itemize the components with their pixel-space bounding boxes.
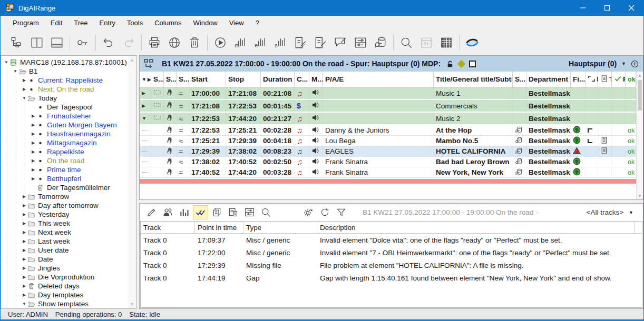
tree-item-day-templates[interactable]: ▶Day templates bbox=[3, 290, 128, 299]
expander-closed-icon[interactable]: ▶ bbox=[30, 114, 36, 118]
column-header-s[interactable]: S... bbox=[151, 72, 164, 87]
column-header-point-in-time[interactable]: Point in time bbox=[195, 222, 243, 233]
expander-closed-icon[interactable]: ▶ bbox=[30, 149, 36, 154]
playlist-row-music-2[interactable]: ▼≈17:22:5317:44:2000:21:27♫Music 2Bestel… bbox=[140, 113, 636, 125]
paste-icon[interactable] bbox=[226, 205, 241, 219]
undo-icon[interactable] bbox=[99, 33, 119, 53]
tree-item-on-the-road[interactable]: ▶On the road bbox=[3, 156, 128, 165]
message-row-misc-generic[interactable]: Track 017:22:00Misc / genericInvalid ele… bbox=[141, 246, 642, 259]
maximize-button[interactable] bbox=[595, 0, 619, 16]
playlist-row-hotel-california[interactable]: ≈17:29:3917:38:0200:08:23♫EAGLESHOTEL CA… bbox=[140, 146, 636, 157]
trash-icon[interactable] bbox=[184, 33, 204, 53]
add-track-icon[interactable] bbox=[631, 60, 639, 68]
menu-columns[interactable]: Columns bbox=[149, 17, 187, 29]
tree-item-der-tagesm-lleimer[interactable]: Der Tagesmülleimer bbox=[3, 183, 128, 192]
tree-item-b1[interactable]: ▼B1 bbox=[3, 67, 128, 76]
scroll-down-icon[interactable]: ▼ bbox=[637, 192, 643, 199]
bar-chart-icon[interactable] bbox=[177, 205, 192, 219]
scrollbar-thumb[interactable] bbox=[638, 80, 642, 111]
tree-item-tomorrow[interactable]: ▶Tomorrow bbox=[3, 192, 128, 201]
column-header-s[interactable]: S... bbox=[164, 72, 177, 87]
expander-closed-icon[interactable]: ▶ bbox=[142, 103, 145, 108]
filter-icon[interactable] bbox=[334, 205, 349, 219]
tree-item-fr-haufsteher[interactable]: ▶Frühaufsteher bbox=[3, 112, 128, 121]
column-header-stop[interactable]: Stop bbox=[226, 72, 261, 87]
tree-item-hausfrauenmagazin[interactable]: ▶Hausfrauenmagazin bbox=[3, 129, 128, 138]
playlist-row-commercials[interactable]: ▶≈17:21:0817:22:5300:01:45$CommercialsBe… bbox=[140, 100, 636, 113]
expander-closed-icon[interactable]: ▶ bbox=[21, 203, 27, 208]
message-row-gap[interactable]: Track 017:44:19GapGap with length 1:15:4… bbox=[141, 272, 642, 284]
message-row-missing-file[interactable]: Track 017:29:39Missing fileFile problem … bbox=[141, 259, 642, 272]
tree-item-yesterday[interactable]: ▶Yesterday bbox=[3, 210, 128, 219]
column-header-p[interactable]: okP bbox=[626, 72, 636, 87]
play-icon[interactable] bbox=[210, 33, 230, 53]
wave-s-icon[interactable]: s bbox=[270, 33, 290, 53]
column-header-[interactable]: ▼▶ bbox=[140, 72, 151, 87]
expander-closed-icon[interactable]: ▶ bbox=[21, 266, 27, 270]
db-search-icon[interactable] bbox=[370, 33, 391, 53]
tree-item-next-on-the-road[interactable]: ▶Next: On the road bbox=[3, 85, 128, 94]
expander-closed-icon[interactable]: ▶ bbox=[30, 158, 36, 163]
doc-edit-2-icon[interactable] bbox=[310, 33, 330, 53]
copy-icon[interactable] bbox=[209, 205, 225, 219]
search-icon[interactable] bbox=[258, 205, 274, 219]
column-header-track[interactable]: Track bbox=[141, 222, 195, 233]
globe-icon[interactable] bbox=[164, 33, 184, 53]
table-split-icon[interactable] bbox=[350, 33, 370, 53]
mdp-diamond-icon[interactable] bbox=[457, 59, 466, 68]
tree-item-next-week[interactable]: ▶Next week bbox=[3, 228, 128, 237]
expander-closed-icon[interactable]: ▶ bbox=[30, 132, 36, 136]
column-header-title-generaltitle-subtitle[interactable]: Title/General title/Subtitle bbox=[434, 72, 513, 87]
column-header-description[interactable]: Description bbox=[317, 222, 635, 233]
menu-tree[interactable]: Tree bbox=[68, 17, 93, 29]
header-dropdown-icon[interactable]: ▼ bbox=[142, 77, 147, 82]
column-header-duration[interactable]: Duration bbox=[261, 72, 295, 87]
tree-item-deleted-days[interactable]: ▶Deleted days bbox=[3, 282, 128, 290]
menu-[interactable]: ? bbox=[250, 17, 265, 29]
grid-icon[interactable] bbox=[436, 33, 456, 53]
comment-edit-icon[interactable] bbox=[330, 33, 350, 53]
tree-structure-icon[interactable] bbox=[7, 33, 27, 53]
column-header-f[interactable]: F bbox=[612, 72, 626, 87]
tree-item-betthupferl[interactable]: ▶Betthupferl bbox=[3, 174, 128, 183]
redo-icon[interactable] bbox=[119, 33, 139, 53]
close-button[interactable] bbox=[619, 0, 643, 16]
table-split-icon[interactable] bbox=[242, 205, 257, 219]
expander-closed-icon[interactable]: ▶ bbox=[30, 167, 36, 172]
scroll-down-icon[interactable]: ▼ bbox=[128, 300, 136, 308]
expander-closed-icon[interactable]: ▶ bbox=[21, 248, 27, 253]
column-header-department[interactable]: Department bbox=[526, 72, 571, 87]
scroll-up-icon[interactable]: ▲ bbox=[637, 72, 643, 79]
menu-program[interactable]: Program bbox=[7, 17, 45, 29]
column-header-start[interactable]: Start bbox=[189, 72, 226, 87]
tree-item-der-tagespool[interactable]: Der Tagespool bbox=[3, 103, 128, 112]
search-icon[interactable] bbox=[396, 33, 416, 53]
people-icon[interactable] bbox=[160, 205, 175, 219]
expander-closed-icon[interactable]: ▶ bbox=[21, 230, 27, 235]
playlist-row-new-york-new-york[interactable]: ≈17:40:5217:44:2000:03:28♫Frank SinatraN… bbox=[140, 167, 636, 178]
tree-item-guten-morgen-bayern[interactable]: ▶Guten Morgen Bayern bbox=[3, 121, 128, 129]
expander-closed-icon[interactable]: ▶ bbox=[21, 221, 27, 226]
expander-open-icon[interactable]: ▼ bbox=[12, 69, 18, 74]
print-icon[interactable] bbox=[144, 33, 164, 53]
split-vertical-icon[interactable] bbox=[27, 33, 47, 53]
expander-closed-icon[interactable]: ▶ bbox=[21, 284, 27, 288]
minimize-button[interactable] bbox=[571, 0, 595, 16]
playlist-row-at-the-hop[interactable]: ≈17:22:5317:25:2100:02:28♫Danny & the Ju… bbox=[140, 125, 636, 136]
pencil-icon[interactable] bbox=[144, 205, 159, 219]
expander-closed-icon[interactable]: ▶ bbox=[142, 91, 145, 96]
unlock-icon[interactable] bbox=[446, 60, 454, 68]
expander-closed-icon[interactable]: ▶ bbox=[30, 123, 36, 127]
gear-arrow-icon[interactable] bbox=[301, 205, 316, 219]
tree-item-user-date[interactable]: ▶User date bbox=[3, 246, 128, 255]
menu-window[interactable]: Window bbox=[188, 17, 223, 29]
column-header-t[interactable]: T bbox=[598, 72, 612, 87]
expander-open-icon[interactable]: ▼ bbox=[21, 96, 27, 101]
tree-item-day-after-tomorrow[interactable]: ▶Day after tomorrow bbox=[3, 201, 128, 210]
refresh-icon[interactable] bbox=[317, 205, 333, 219]
column-header-c[interactable]: C... bbox=[295, 72, 309, 87]
expander-closed-icon[interactable]: ▶ bbox=[21, 194, 27, 199]
tree-item-show-templates[interactable]: ▼Show templates bbox=[3, 299, 128, 308]
wave-m-icon[interactable]: m bbox=[230, 33, 250, 53]
double-check-icon[interactable] bbox=[193, 205, 208, 219]
